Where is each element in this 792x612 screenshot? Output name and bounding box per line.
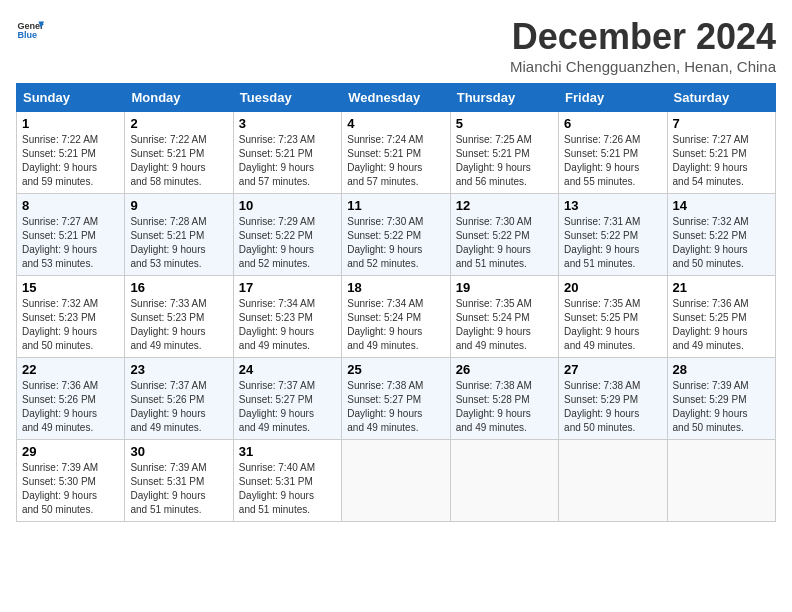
calendar-day-cell: 16Sunrise: 7:33 AM Sunset: 5:23 PM Dayli… (125, 276, 233, 358)
day-info: Sunrise: 7:32 AM Sunset: 5:22 PM Dayligh… (673, 215, 770, 271)
day-info: Sunrise: 7:35 AM Sunset: 5:24 PM Dayligh… (456, 297, 553, 353)
calendar-week-row: 22Sunrise: 7:36 AM Sunset: 5:26 PM Dayli… (17, 358, 776, 440)
weekday-header-cell: Tuesday (233, 84, 341, 112)
day-number: 5 (456, 116, 553, 131)
title-area: December 2024 Mianchi Chengguanzhen, Hen… (510, 16, 776, 75)
weekday-header-cell: Wednesday (342, 84, 450, 112)
day-info: Sunrise: 7:26 AM Sunset: 5:21 PM Dayligh… (564, 133, 661, 189)
calendar-day-cell: 17Sunrise: 7:34 AM Sunset: 5:23 PM Dayli… (233, 276, 341, 358)
calendar-day-cell (342, 440, 450, 522)
day-info: Sunrise: 7:25 AM Sunset: 5:21 PM Dayligh… (456, 133, 553, 189)
day-number: 22 (22, 362, 119, 377)
calendar-week-row: 29Sunrise: 7:39 AM Sunset: 5:30 PM Dayli… (17, 440, 776, 522)
day-info: Sunrise: 7:37 AM Sunset: 5:27 PM Dayligh… (239, 379, 336, 435)
day-info: Sunrise: 7:31 AM Sunset: 5:22 PM Dayligh… (564, 215, 661, 271)
day-info: Sunrise: 7:39 AM Sunset: 5:29 PM Dayligh… (673, 379, 770, 435)
calendar-day-cell: 23Sunrise: 7:37 AM Sunset: 5:26 PM Dayli… (125, 358, 233, 440)
calendar-day-cell: 20Sunrise: 7:35 AM Sunset: 5:25 PM Dayli… (559, 276, 667, 358)
calendar-day-cell: 6Sunrise: 7:26 AM Sunset: 5:21 PM Daylig… (559, 112, 667, 194)
day-number: 15 (22, 280, 119, 295)
weekday-header-cell: Monday (125, 84, 233, 112)
day-info: Sunrise: 7:27 AM Sunset: 5:21 PM Dayligh… (22, 215, 119, 271)
calendar-day-cell (559, 440, 667, 522)
day-number: 29 (22, 444, 119, 459)
day-number: 28 (673, 362, 770, 377)
day-info: Sunrise: 7:38 AM Sunset: 5:28 PM Dayligh… (456, 379, 553, 435)
day-info: Sunrise: 7:35 AM Sunset: 5:25 PM Dayligh… (564, 297, 661, 353)
calendar-day-cell: 25Sunrise: 7:38 AM Sunset: 5:27 PM Dayli… (342, 358, 450, 440)
day-info: Sunrise: 7:34 AM Sunset: 5:23 PM Dayligh… (239, 297, 336, 353)
calendar-day-cell (667, 440, 775, 522)
calendar-day-cell: 30Sunrise: 7:39 AM Sunset: 5:31 PM Dayli… (125, 440, 233, 522)
day-info: Sunrise: 7:36 AM Sunset: 5:25 PM Dayligh… (673, 297, 770, 353)
calendar-day-cell: 31Sunrise: 7:40 AM Sunset: 5:31 PM Dayli… (233, 440, 341, 522)
calendar-week-row: 15Sunrise: 7:32 AM Sunset: 5:23 PM Dayli… (17, 276, 776, 358)
day-info: Sunrise: 7:33 AM Sunset: 5:23 PM Dayligh… (130, 297, 227, 353)
day-number: 6 (564, 116, 661, 131)
calendar-table: SundayMondayTuesdayWednesdayThursdayFrid… (16, 83, 776, 522)
calendar-day-cell: 3Sunrise: 7:23 AM Sunset: 5:21 PM Daylig… (233, 112, 341, 194)
day-info: Sunrise: 7:30 AM Sunset: 5:22 PM Dayligh… (456, 215, 553, 271)
calendar-day-cell: 22Sunrise: 7:36 AM Sunset: 5:26 PM Dayli… (17, 358, 125, 440)
calendar-day-cell: 1Sunrise: 7:22 AM Sunset: 5:21 PM Daylig… (17, 112, 125, 194)
day-number: 16 (130, 280, 227, 295)
day-number: 20 (564, 280, 661, 295)
calendar-day-cell: 4Sunrise: 7:24 AM Sunset: 5:21 PM Daylig… (342, 112, 450, 194)
calendar-day-cell: 7Sunrise: 7:27 AM Sunset: 5:21 PM Daylig… (667, 112, 775, 194)
day-info: Sunrise: 7:30 AM Sunset: 5:22 PM Dayligh… (347, 215, 444, 271)
day-info: Sunrise: 7:38 AM Sunset: 5:29 PM Dayligh… (564, 379, 661, 435)
calendar-day-cell: 19Sunrise: 7:35 AM Sunset: 5:24 PM Dayli… (450, 276, 558, 358)
day-info: Sunrise: 7:23 AM Sunset: 5:21 PM Dayligh… (239, 133, 336, 189)
day-number: 24 (239, 362, 336, 377)
calendar-day-cell: 9Sunrise: 7:28 AM Sunset: 5:21 PM Daylig… (125, 194, 233, 276)
svg-text:Blue: Blue (17, 30, 37, 40)
day-number: 19 (456, 280, 553, 295)
weekday-header-cell: Saturday (667, 84, 775, 112)
weekday-header-cell: Sunday (17, 84, 125, 112)
calendar-day-cell: 14Sunrise: 7:32 AM Sunset: 5:22 PM Dayli… (667, 194, 775, 276)
day-number: 31 (239, 444, 336, 459)
day-info: Sunrise: 7:27 AM Sunset: 5:21 PM Dayligh… (673, 133, 770, 189)
calendar-day-cell (450, 440, 558, 522)
day-info: Sunrise: 7:29 AM Sunset: 5:22 PM Dayligh… (239, 215, 336, 271)
day-info: Sunrise: 7:37 AM Sunset: 5:26 PM Dayligh… (130, 379, 227, 435)
day-number: 17 (239, 280, 336, 295)
day-number: 27 (564, 362, 661, 377)
logo: General Blue (16, 16, 44, 44)
day-info: Sunrise: 7:24 AM Sunset: 5:21 PM Dayligh… (347, 133, 444, 189)
weekday-header-cell: Friday (559, 84, 667, 112)
calendar-day-cell: 27Sunrise: 7:38 AM Sunset: 5:29 PM Dayli… (559, 358, 667, 440)
calendar-body: 1Sunrise: 7:22 AM Sunset: 5:21 PM Daylig… (17, 112, 776, 522)
day-info: Sunrise: 7:38 AM Sunset: 5:27 PM Dayligh… (347, 379, 444, 435)
month-title: December 2024 (510, 16, 776, 58)
day-number: 25 (347, 362, 444, 377)
day-number: 11 (347, 198, 444, 213)
day-number: 14 (673, 198, 770, 213)
calendar-day-cell: 5Sunrise: 7:25 AM Sunset: 5:21 PM Daylig… (450, 112, 558, 194)
calendar-day-cell: 15Sunrise: 7:32 AM Sunset: 5:23 PM Dayli… (17, 276, 125, 358)
day-info: Sunrise: 7:36 AM Sunset: 5:26 PM Dayligh… (22, 379, 119, 435)
day-number: 26 (456, 362, 553, 377)
day-info: Sunrise: 7:34 AM Sunset: 5:24 PM Dayligh… (347, 297, 444, 353)
weekday-header-row: SundayMondayTuesdayWednesdayThursdayFrid… (17, 84, 776, 112)
calendar-day-cell: 24Sunrise: 7:37 AM Sunset: 5:27 PM Dayli… (233, 358, 341, 440)
day-info: Sunrise: 7:28 AM Sunset: 5:21 PM Dayligh… (130, 215, 227, 271)
calendar-week-row: 8Sunrise: 7:27 AM Sunset: 5:21 PM Daylig… (17, 194, 776, 276)
calendar-day-cell: 11Sunrise: 7:30 AM Sunset: 5:22 PM Dayli… (342, 194, 450, 276)
calendar-week-row: 1Sunrise: 7:22 AM Sunset: 5:21 PM Daylig… (17, 112, 776, 194)
day-number: 23 (130, 362, 227, 377)
day-info: Sunrise: 7:22 AM Sunset: 5:21 PM Dayligh… (130, 133, 227, 189)
calendar-day-cell: 28Sunrise: 7:39 AM Sunset: 5:29 PM Dayli… (667, 358, 775, 440)
calendar-day-cell: 12Sunrise: 7:30 AM Sunset: 5:22 PM Dayli… (450, 194, 558, 276)
day-info: Sunrise: 7:32 AM Sunset: 5:23 PM Dayligh… (22, 297, 119, 353)
day-number: 10 (239, 198, 336, 213)
day-info: Sunrise: 7:22 AM Sunset: 5:21 PM Dayligh… (22, 133, 119, 189)
day-number: 30 (130, 444, 227, 459)
day-number: 2 (130, 116, 227, 131)
calendar-day-cell: 26Sunrise: 7:38 AM Sunset: 5:28 PM Dayli… (450, 358, 558, 440)
calendar-day-cell: 18Sunrise: 7:34 AM Sunset: 5:24 PM Dayli… (342, 276, 450, 358)
header: General Blue December 2024 Mianchi Cheng… (16, 16, 776, 75)
day-info: Sunrise: 7:39 AM Sunset: 5:30 PM Dayligh… (22, 461, 119, 517)
day-info: Sunrise: 7:40 AM Sunset: 5:31 PM Dayligh… (239, 461, 336, 517)
day-number: 13 (564, 198, 661, 213)
